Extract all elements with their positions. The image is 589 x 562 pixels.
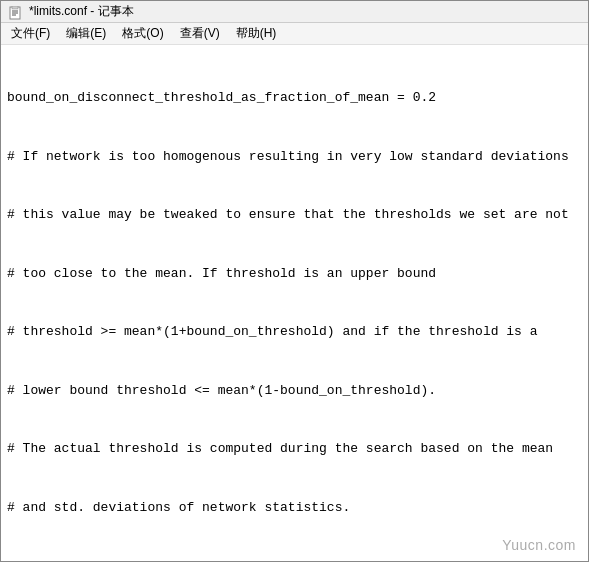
editor-content[interactable]: bound_on_disconnect_threshold_as_fractio… <box>1 45 588 561</box>
code-line-6: # lower bound threshold <= mean*(1-bound… <box>7 381 582 401</box>
code-line-2: # If network is too homogenous resulting… <box>7 147 582 167</box>
code-line-1: bound_on_disconnect_threshold_as_fractio… <box>7 88 582 108</box>
code-line-8: # and std. deviations of network statist… <box>7 498 582 518</box>
code-line-3: # this value may be tweaked to ensure th… <box>7 205 582 225</box>
main-window: *limits.conf - 记事本 文件(F) 编辑(E) 格式(O) 查看(… <box>0 0 589 562</box>
svg-rect-1 <box>12 6 18 9</box>
window-title: *limits.conf - 记事本 <box>29 3 580 20</box>
code-line-9 <box>7 556 582 561</box>
menu-edit[interactable]: 编辑(E) <box>60 23 112 44</box>
code-line-7: # The actual threshold is computed durin… <box>7 439 582 459</box>
code-block: bound_on_disconnect_threshold_as_fractio… <box>7 49 582 561</box>
menu-format[interactable]: 格式(O) <box>116 23 169 44</box>
menu-view[interactable]: 查看(V) <box>174 23 226 44</box>
title-bar: *limits.conf - 记事本 <box>1 1 588 23</box>
menu-help[interactable]: 帮助(H) <box>230 23 283 44</box>
code-line-5: # threshold >= mean*(1+bound_on_threshol… <box>7 322 582 342</box>
menu-file[interactable]: 文件(F) <box>5 23 56 44</box>
code-line-4: # too close to the mean. If threshold is… <box>7 264 582 284</box>
menu-bar: 文件(F) 编辑(E) 格式(O) 查看(V) 帮助(H) <box>1 23 588 45</box>
watermark: Yuucn.com <box>502 537 576 553</box>
notepad-icon <box>9 6 23 20</box>
